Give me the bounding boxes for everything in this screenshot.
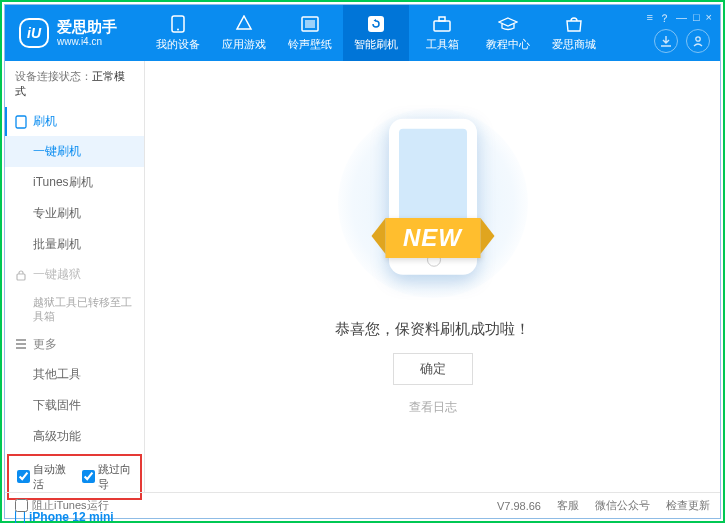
- support-link[interactable]: 客服: [557, 498, 579, 513]
- svg-point-1: [177, 28, 179, 30]
- logo-area: iU 爱思助手 www.i4.cn: [5, 18, 145, 48]
- svg-rect-3: [305, 20, 315, 28]
- top-nav: 我的设备 应用游戏 铃声壁纸 智能刷机 工具箱 教程中心 爱思商城: [145, 5, 720, 61]
- wallpaper-icon: [300, 15, 320, 33]
- lock-icon: [15, 269, 27, 281]
- minimize-button[interactable]: —: [676, 11, 687, 26]
- nav-ringtones[interactable]: 铃声壁纸: [277, 5, 343, 61]
- svg-rect-8: [16, 116, 26, 128]
- sidebar: 设备连接状态：正常模式 刷机 一键刷机 iTunes刷机 专业刷机 批量刷机 一…: [5, 61, 145, 492]
- sidebar-item-one-click-flash[interactable]: 一键刷机: [5, 136, 144, 167]
- view-log-link[interactable]: 查看日志: [409, 399, 457, 416]
- sidebar-item-advanced[interactable]: 高级功能: [5, 421, 144, 452]
- refresh-icon: [366, 15, 386, 33]
- download-button[interactable]: [654, 29, 678, 53]
- settings-icon[interactable]: ≡: [646, 11, 652, 26]
- auto-activate-checkbox[interactable]: 自动激活: [17, 462, 68, 492]
- app-window: { "app": { "name": "爱思助手", "site": "www.…: [4, 4, 721, 519]
- nav-apps[interactable]: 应用游戏: [211, 5, 277, 61]
- sidebar-item-batch-flash[interactable]: 批量刷机: [5, 229, 144, 260]
- sidebar-group-jailbreak[interactable]: 一键越狱: [5, 260, 144, 289]
- app-name: 爱思助手: [57, 19, 117, 36]
- connection-status: 设备连接状态：正常模式: [5, 61, 144, 107]
- sidebar-item-other-tools[interactable]: 其他工具: [5, 359, 144, 390]
- user-button[interactable]: [686, 29, 710, 53]
- version-label: V7.98.66: [497, 500, 541, 512]
- statusbar: 阻止iTunes运行 V7.98.66 客服 微信公众号 检查更新: [5, 492, 720, 518]
- help-icon[interactable]: ？: [659, 11, 670, 26]
- svg-rect-9: [17, 274, 25, 280]
- nav-flash[interactable]: 智能刷机: [343, 5, 409, 61]
- jailbreak-note: 越狱工具已转移至工具箱: [5, 289, 144, 330]
- check-update-link[interactable]: 检查更新: [666, 498, 710, 513]
- wechat-link[interactable]: 微信公众号: [595, 498, 650, 513]
- nav-my-device[interactable]: 我的设备: [145, 5, 211, 61]
- toolbox-icon: [432, 15, 452, 33]
- app-logo-icon: iU: [19, 18, 49, 48]
- ok-button[interactable]: 确定: [393, 353, 473, 385]
- sidebar-item-itunes-flash[interactable]: iTunes刷机: [5, 167, 144, 198]
- sidebar-group-more[interactable]: 更多: [5, 330, 144, 359]
- new-banner: NEW: [385, 218, 480, 258]
- svg-rect-6: [439, 17, 445, 21]
- graduation-icon: [498, 15, 518, 33]
- skip-guide-checkbox[interactable]: 跳过向导: [82, 462, 133, 492]
- phone-icon: [168, 15, 188, 33]
- sidebar-item-download-firmware[interactable]: 下载固件: [5, 390, 144, 421]
- main-content: NEW 恭喜您，保资料刷机成功啦！ 确定 查看日志: [145, 61, 720, 492]
- apps-icon: [234, 15, 254, 33]
- nav-store[interactable]: 爱思商城: [541, 5, 607, 61]
- app-site: www.i4.cn: [57, 36, 117, 47]
- store-icon: [564, 15, 584, 33]
- window-controls: ≡ ？ — □ ×: [646, 11, 712, 26]
- phone-icon: [15, 115, 27, 129]
- success-message: 恭喜您，保资料刷机成功啦！: [335, 320, 530, 339]
- success-illustration: NEW: [338, 108, 528, 298]
- sidebar-group-flash[interactable]: 刷机: [5, 107, 144, 136]
- maximize-button[interactable]: □: [693, 11, 700, 26]
- svg-point-7: [696, 37, 700, 41]
- list-icon: [15, 339, 27, 349]
- titlebar: iU 爱思助手 www.i4.cn 我的设备 应用游戏 铃声壁纸 智能刷机 工具…: [5, 5, 720, 61]
- nav-tutorials[interactable]: 教程中心: [475, 5, 541, 61]
- sidebar-item-pro-flash[interactable]: 专业刷机: [5, 198, 144, 229]
- close-button[interactable]: ×: [706, 11, 712, 26]
- svg-rect-5: [434, 21, 450, 31]
- nav-toolbox[interactable]: 工具箱: [409, 5, 475, 61]
- block-itunes-checkbox[interactable]: 阻止iTunes运行: [15, 498, 109, 513]
- svg-rect-4: [368, 16, 384, 32]
